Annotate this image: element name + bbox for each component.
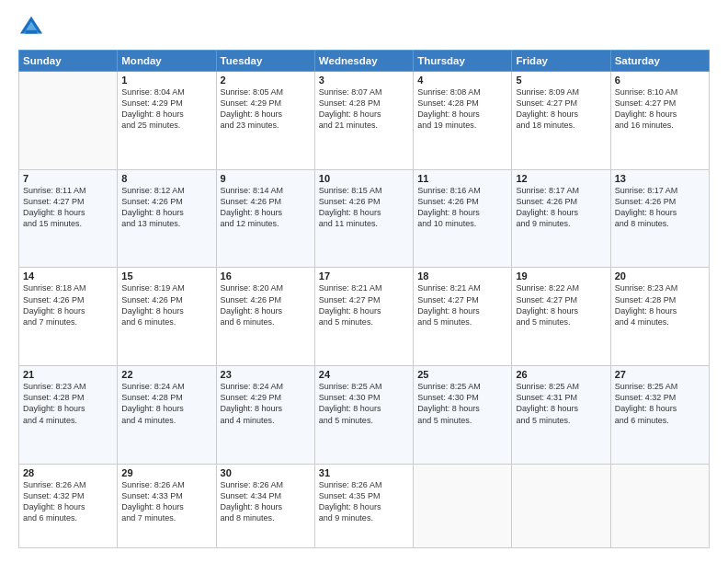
day-number: 19 <box>516 270 606 282</box>
day-number: 15 <box>121 270 211 282</box>
calendar-cell: 23Sunrise: 8:24 AM Sunset: 4:29 PM Dayli… <box>216 366 314 465</box>
calendar-cell: 2Sunrise: 8:05 AM Sunset: 4:29 PM Daylig… <box>216 72 314 170</box>
day-number: 28 <box>23 467 113 478</box>
day-info: Sunrise: 8:14 AM Sunset: 4:26 PM Dayligh… <box>221 185 311 230</box>
day-info: Sunrise: 8:25 AM Sunset: 4:31 PM Dayligh… <box>516 381 606 426</box>
weekday-header-thursday: Thursday <box>414 51 512 72</box>
day-number: 14 <box>23 270 113 282</box>
logo-icon <box>18 15 44 40</box>
calendar-cell: 21Sunrise: 8:23 AM Sunset: 4:28 PM Dayli… <box>19 366 118 465</box>
day-number: 8 <box>121 173 211 184</box>
calendar-cell: 8Sunrise: 8:12 AM Sunset: 4:26 PM Daylig… <box>118 169 216 268</box>
day-info: Sunrise: 8:15 AM Sunset: 4:26 PM Dayligh… <box>319 185 409 230</box>
calendar-cell: 13Sunrise: 8:17 AM Sunset: 4:26 PM Dayli… <box>610 169 709 268</box>
calendar-cell: 28Sunrise: 8:26 AM Sunset: 4:32 PM Dayli… <box>19 464 118 547</box>
day-info: Sunrise: 8:25 AM Sunset: 4:32 PM Dayligh… <box>615 381 705 426</box>
day-info: Sunrise: 8:24 AM Sunset: 4:28 PM Dayligh… <box>121 381 211 426</box>
weekday-header-row: SundayMondayTuesdayWednesdayThursdayFrid… <box>19 51 710 72</box>
day-number: 24 <box>319 369 409 380</box>
calendar-cell: 18Sunrise: 8:21 AM Sunset: 4:27 PM Dayli… <box>414 268 512 366</box>
day-number: 23 <box>221 369 311 380</box>
day-number: 22 <box>121 369 211 380</box>
day-info: Sunrise: 8:05 AM Sunset: 4:29 PM Dayligh… <box>221 86 311 132</box>
day-info: Sunrise: 8:16 AM Sunset: 4:26 PM Dayligh… <box>417 185 507 230</box>
day-number: 18 <box>417 270 507 282</box>
calendar-cell: 31Sunrise: 8:26 AM Sunset: 4:35 PM Dayli… <box>314 464 413 547</box>
weekday-header-monday: Monday <box>118 51 216 72</box>
calendar-week-row: 28Sunrise: 8:26 AM Sunset: 4:32 PM Dayli… <box>19 464 710 547</box>
day-info: Sunrise: 8:19 AM Sunset: 4:26 PM Dayligh… <box>121 282 211 327</box>
day-info: Sunrise: 8:21 AM Sunset: 4:27 PM Dayligh… <box>417 282 507 327</box>
calendar-cell: 14Sunrise: 8:18 AM Sunset: 4:26 PM Dayli… <box>19 268 118 366</box>
day-number: 6 <box>615 75 705 86</box>
day-number: 4 <box>417 75 507 86</box>
day-number: 3 <box>319 75 409 86</box>
day-info: Sunrise: 8:24 AM Sunset: 4:29 PM Dayligh… <box>221 381 311 426</box>
day-number: 16 <box>221 270 311 282</box>
day-info: Sunrise: 8:04 AM Sunset: 4:29 PM Dayligh… <box>121 86 211 132</box>
calendar-week-row: 21Sunrise: 8:23 AM Sunset: 4:28 PM Dayli… <box>19 366 710 465</box>
calendar-cell: 25Sunrise: 8:25 AM Sunset: 4:30 PM Dayli… <box>414 366 512 465</box>
day-info: Sunrise: 8:26 AM Sunset: 4:34 PM Dayligh… <box>221 479 311 524</box>
day-number: 10 <box>319 173 409 184</box>
day-info: Sunrise: 8:23 AM Sunset: 4:28 PM Dayligh… <box>23 381 113 426</box>
day-info: Sunrise: 8:09 AM Sunset: 4:27 PM Dayligh… <box>516 86 606 132</box>
calendar-table: SundayMondayTuesdayWednesdayThursdayFrid… <box>18 50 710 548</box>
day-info: Sunrise: 8:17 AM Sunset: 4:26 PM Dayligh… <box>516 185 606 230</box>
calendar-cell: 27Sunrise: 8:25 AM Sunset: 4:32 PM Dayli… <box>610 366 709 465</box>
calendar-cell: 12Sunrise: 8:17 AM Sunset: 4:26 PM Dayli… <box>512 169 610 268</box>
calendar-cell: 24Sunrise: 8:25 AM Sunset: 4:30 PM Dayli… <box>314 366 413 465</box>
day-info: Sunrise: 8:26 AM Sunset: 4:32 PM Dayligh… <box>23 479 113 524</box>
day-number: 29 <box>121 467 211 478</box>
calendar-cell: 1Sunrise: 8:04 AM Sunset: 4:29 PM Daylig… <box>118 72 216 170</box>
day-number: 20 <box>615 270 705 282</box>
day-number: 2 <box>221 75 311 86</box>
day-number: 7 <box>23 173 113 184</box>
day-number: 5 <box>516 75 606 86</box>
day-info: Sunrise: 8:20 AM Sunset: 4:26 PM Dayligh… <box>221 282 311 327</box>
calendar-cell: 26Sunrise: 8:25 AM Sunset: 4:31 PM Dayli… <box>512 366 610 465</box>
calendar-week-row: 14Sunrise: 8:18 AM Sunset: 4:26 PM Dayli… <box>19 268 710 366</box>
calendar-cell: 3Sunrise: 8:07 AM Sunset: 4:28 PM Daylig… <box>314 72 413 170</box>
weekday-header-tuesday: Tuesday <box>216 51 314 72</box>
day-number: 31 <box>319 467 409 478</box>
day-info: Sunrise: 8:07 AM Sunset: 4:28 PM Dayligh… <box>319 86 409 132</box>
calendar-cell <box>19 72 118 170</box>
day-info: Sunrise: 8:25 AM Sunset: 4:30 PM Dayligh… <box>319 381 409 426</box>
calendar-cell: 6Sunrise: 8:10 AM Sunset: 4:27 PM Daylig… <box>610 72 709 170</box>
calendar-cell <box>610 464 709 547</box>
day-number: 11 <box>417 173 507 184</box>
day-info: Sunrise: 8:10 AM Sunset: 4:27 PM Dayligh… <box>615 86 705 132</box>
day-number: 9 <box>221 173 311 184</box>
day-number: 25 <box>417 369 507 380</box>
page: SundayMondayTuesdayWednesdayThursdayFrid… <box>0 0 728 563</box>
calendar-week-row: 1Sunrise: 8:04 AM Sunset: 4:29 PM Daylig… <box>19 72 710 170</box>
weekday-header-wednesday: Wednesday <box>314 51 413 72</box>
calendar-week-row: 7Sunrise: 8:11 AM Sunset: 4:27 PM Daylig… <box>19 169 710 268</box>
day-number: 21 <box>23 369 113 380</box>
calendar-cell: 19Sunrise: 8:22 AM Sunset: 4:27 PM Dayli… <box>512 268 610 366</box>
day-info: Sunrise: 8:18 AM Sunset: 4:26 PM Dayligh… <box>23 282 113 327</box>
weekday-header-saturday: Saturday <box>610 51 709 72</box>
calendar-cell: 5Sunrise: 8:09 AM Sunset: 4:27 PM Daylig… <box>512 72 610 170</box>
day-number: 27 <box>615 369 705 380</box>
calendar-cell: 4Sunrise: 8:08 AM Sunset: 4:28 PM Daylig… <box>414 72 512 170</box>
day-info: Sunrise: 8:22 AM Sunset: 4:27 PM Dayligh… <box>516 282 606 327</box>
day-info: Sunrise: 8:17 AM Sunset: 4:26 PM Dayligh… <box>615 185 705 230</box>
calendar-cell: 11Sunrise: 8:16 AM Sunset: 4:26 PM Dayli… <box>414 169 512 268</box>
calendar-cell: 16Sunrise: 8:20 AM Sunset: 4:26 PM Dayli… <box>216 268 314 366</box>
calendar-cell: 20Sunrise: 8:23 AM Sunset: 4:28 PM Dayli… <box>610 268 709 366</box>
calendar-cell: 7Sunrise: 8:11 AM Sunset: 4:27 PM Daylig… <box>19 169 118 268</box>
calendar-cell: 29Sunrise: 8:26 AM Sunset: 4:33 PM Dayli… <box>118 464 216 547</box>
day-info: Sunrise: 8:12 AM Sunset: 4:26 PM Dayligh… <box>121 185 211 230</box>
day-info: Sunrise: 8:26 AM Sunset: 4:33 PM Dayligh… <box>121 479 211 524</box>
calendar-cell <box>414 464 512 547</box>
day-number: 12 <box>516 173 606 184</box>
calendar-cell: 9Sunrise: 8:14 AM Sunset: 4:26 PM Daylig… <box>216 169 314 268</box>
day-number: 1 <box>121 75 211 86</box>
calendar-cell: 10Sunrise: 8:15 AM Sunset: 4:26 PM Dayli… <box>314 169 413 268</box>
day-number: 17 <box>319 270 409 282</box>
calendar-cell: 15Sunrise: 8:19 AM Sunset: 4:26 PM Dayli… <box>118 268 216 366</box>
day-info: Sunrise: 8:08 AM Sunset: 4:28 PM Dayligh… <box>417 86 507 132</box>
day-info: Sunrise: 8:11 AM Sunset: 4:27 PM Dayligh… <box>23 185 113 230</box>
